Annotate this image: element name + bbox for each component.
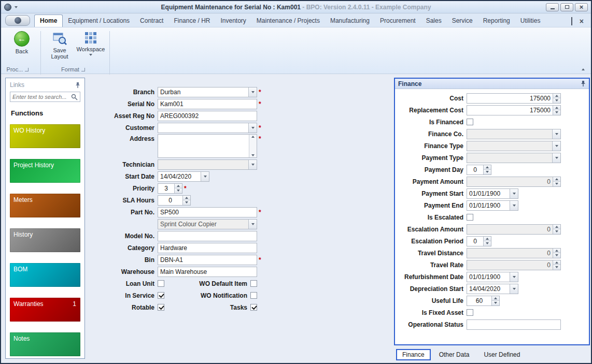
mdi-restore-button[interactable] xyxy=(571,18,572,25)
spin-down-icon[interactable] xyxy=(553,253,560,258)
payment-end-picker[interactable]: 01/01/1900 xyxy=(467,200,518,211)
address-scroll[interactable] xyxy=(249,135,257,157)
close-button[interactable]: × xyxy=(575,3,588,11)
ribbon-tab-procurement[interactable]: Procurement xyxy=(375,15,421,27)
spin-up-icon[interactable] xyxy=(553,225,560,229)
travel-distance-stepper[interactable]: 0 xyxy=(467,248,561,258)
chevron-down-icon[interactable] xyxy=(510,284,518,294)
spin-up-icon[interactable] xyxy=(553,106,560,110)
spin-down-icon[interactable] xyxy=(183,200,190,205)
is-financed-checkbox[interactable] xyxy=(467,119,473,125)
sla-hours-stepper[interactable]: 0 xyxy=(158,195,191,206)
chevron-down-icon[interactable] xyxy=(510,201,518,210)
minimize-button[interactable] xyxy=(546,3,559,11)
is-fixed-asset-checkbox[interactable] xyxy=(467,309,473,316)
sidebar-item-history[interactable]: History xyxy=(10,228,80,252)
sidebar-item-meters[interactable]: Meters xyxy=(10,194,80,217)
search-icon[interactable] xyxy=(71,94,78,100)
address-input[interactable] xyxy=(158,134,257,158)
escalation-amount-stepper[interactable]: 0 xyxy=(467,224,561,235)
save-layout-button[interactable]: Save Layout xyxy=(44,30,75,60)
category-input[interactable]: Hardware xyxy=(158,243,257,253)
operational-status-input[interactable] xyxy=(467,319,561,330)
spin-up-icon[interactable] xyxy=(553,94,560,98)
bin-input[interactable]: DBN-A1 xyxy=(158,255,257,265)
quick-access-dropdown-icon[interactable] xyxy=(15,6,18,8)
finance-co-combobox[interactable] xyxy=(467,129,561,139)
customer-combobox[interactable] xyxy=(158,123,257,133)
dialog-launcher-icon[interactable] xyxy=(25,68,29,71)
start-date-picker[interactable]: 14/04/2020 xyxy=(158,171,209,182)
payment-type-combobox[interactable] xyxy=(467,153,561,163)
priority-stepper[interactable]: 3 xyxy=(158,183,182,194)
spin-up-icon[interactable] xyxy=(183,196,190,200)
tab-user-defined[interactable]: User Defined xyxy=(477,349,526,360)
ribbon-tab-utilities[interactable]: Utilities xyxy=(515,15,546,27)
chevron-down-icon[interactable] xyxy=(510,272,518,282)
chevron-down-icon[interactable] xyxy=(248,160,257,169)
part-description-combobox[interactable]: Sprint Colour Copier xyxy=(158,219,257,229)
spin-down-icon[interactable] xyxy=(492,300,499,305)
ribbon-tab-inventory[interactable]: Inventory xyxy=(215,15,251,27)
payment-day-stepper[interactable]: 0 xyxy=(467,165,491,175)
sidebar-item-warranties[interactable]: Warranties1 xyxy=(10,298,80,322)
spin-up-icon[interactable] xyxy=(484,165,491,170)
spin-down-icon[interactable] xyxy=(553,98,560,103)
ribbon-tab-equipment-locations[interactable]: Equipment / Locations xyxy=(63,15,135,27)
spin-down-icon[interactable] xyxy=(553,181,560,186)
payment-amount-stepper[interactable]: 0 xyxy=(467,177,561,187)
in-service-checkbox[interactable] xyxy=(158,292,164,299)
collapse-ribbon-icon[interactable] xyxy=(582,68,585,70)
finance-type-combobox[interactable] xyxy=(467,141,561,151)
warehouse-input[interactable]: Main Warehouse xyxy=(158,267,257,277)
spin-down-icon[interactable] xyxy=(484,169,491,174)
cost-stepper[interactable]: 175000 xyxy=(467,93,561,104)
ribbon-tab-service[interactable]: Service xyxy=(447,15,478,27)
workspace-button[interactable]: Workspace xyxy=(75,30,106,56)
tab-finance[interactable]: Finance xyxy=(396,349,431,360)
wo-default-item-checkbox[interactable] xyxy=(250,280,257,287)
chevron-down-icon[interactable] xyxy=(510,189,518,198)
is-escalated-checkbox[interactable] xyxy=(467,214,473,221)
maximize-button[interactable] xyxy=(560,3,573,11)
asset-reg-no-input[interactable]: AREG000392 xyxy=(158,111,257,121)
spin-down-icon[interactable] xyxy=(553,229,560,234)
depreciation-start-picker[interactable]: 14/04/2020 xyxy=(467,284,518,294)
rotable-checkbox[interactable] xyxy=(158,304,164,311)
chevron-down-icon[interactable] xyxy=(248,123,257,133)
model-no-input[interactable] xyxy=(158,231,257,241)
dialog-launcher-icon[interactable] xyxy=(81,68,85,71)
spin-down-icon[interactable] xyxy=(553,265,560,270)
wo-notification-checkbox[interactable] xyxy=(250,292,257,299)
search-input[interactable] xyxy=(12,94,71,100)
spin-up-icon[interactable] xyxy=(553,260,560,265)
spin-down-icon[interactable] xyxy=(175,188,182,193)
back-button[interactable]: ← Back xyxy=(6,30,37,54)
serial-no-input[interactable]: Kam001 xyxy=(158,99,257,109)
sidebar-item-bom[interactable]: BOM xyxy=(10,263,80,287)
ribbon-tab-reporting[interactable]: Reporting xyxy=(478,15,515,27)
spin-up-icon[interactable] xyxy=(484,237,491,241)
chevron-down-icon[interactable] xyxy=(248,220,257,229)
technician-combobox[interactable] xyxy=(158,159,257,170)
spin-up-icon[interactable] xyxy=(175,184,182,188)
escalation-period-stepper[interactable]: 0 xyxy=(467,236,491,246)
spin-down-icon[interactable] xyxy=(553,110,560,115)
loan-unit-checkbox[interactable] xyxy=(158,280,164,287)
chevron-down-icon[interactable] xyxy=(552,153,560,163)
tasks-checkbox[interactable] xyxy=(250,304,257,311)
refurbishment-date-picker[interactable]: 01/01/1900 xyxy=(467,272,518,282)
chevron-down-icon[interactable] xyxy=(552,141,560,151)
ribbon-tab-maintenance-projects[interactable]: Maintenance / Projects xyxy=(251,15,325,27)
pin-icon[interactable] xyxy=(581,80,586,87)
spin-up-icon[interactable] xyxy=(553,249,560,253)
part-no-input[interactable]: SP500 xyxy=(158,207,257,217)
pin-icon[interactable] xyxy=(75,82,80,89)
ribbon-tab-manufacturing[interactable]: Manufacturing xyxy=(325,15,375,27)
ribbon-tab-sales[interactable]: Sales xyxy=(421,15,447,27)
sidebar-item-project-history[interactable]: Project History xyxy=(10,159,80,183)
useful-life-stepper[interactable]: 60 xyxy=(467,296,500,306)
chevron-down-icon[interactable] xyxy=(248,88,257,97)
ribbon-tab-contract[interactable]: Contract xyxy=(135,15,168,27)
chevron-down-icon[interactable] xyxy=(552,129,560,139)
